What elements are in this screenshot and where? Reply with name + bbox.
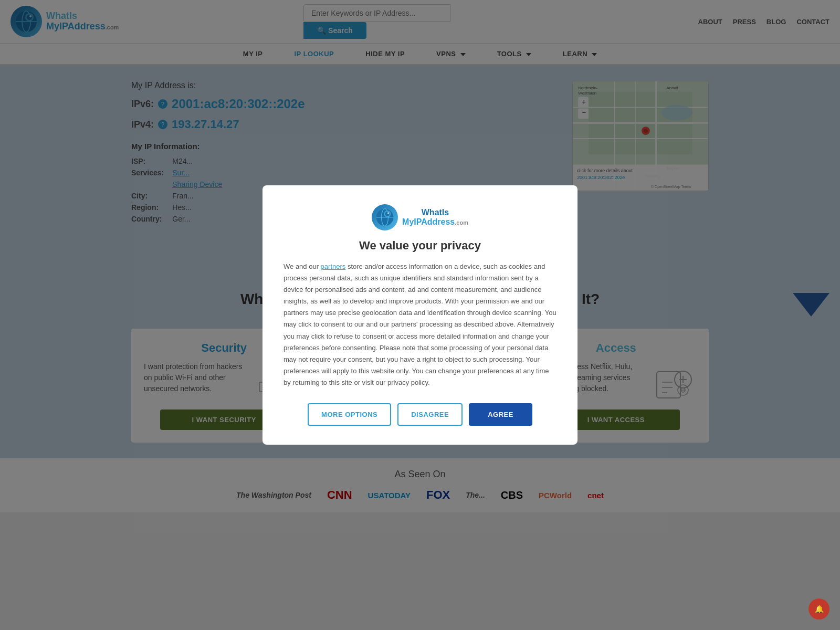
svg-point-60 xyxy=(387,212,389,214)
disagree-button[interactable]: DISAGREE xyxy=(397,403,463,426)
modal-body: We and our partners store and/or access … xyxy=(284,261,556,388)
svg-point-59 xyxy=(385,212,390,216)
modal-logo-icon xyxy=(372,204,398,230)
privacy-modal: WhatIs MyIPAddress.com We value your pri… xyxy=(262,185,578,445)
partners-link[interactable]: partners xyxy=(321,262,346,270)
modal-buttons: MORE OPTIONS DISAGREE AGREE xyxy=(284,403,556,426)
modal-overlay: WhatIs MyIPAddress.com We value your pri… xyxy=(0,0,840,512)
more-options-button[interactable]: MORE OPTIONS xyxy=(308,403,391,426)
modal-logo-area: WhatIs MyIPAddress.com xyxy=(284,204,556,230)
modal-logo-text-what: WhatIs xyxy=(402,208,468,217)
agree-button[interactable]: AGREE xyxy=(469,403,532,426)
modal-title: We value your privacy xyxy=(284,239,556,253)
modal-logo-text-myip: MyIPAddress.com xyxy=(402,217,468,227)
